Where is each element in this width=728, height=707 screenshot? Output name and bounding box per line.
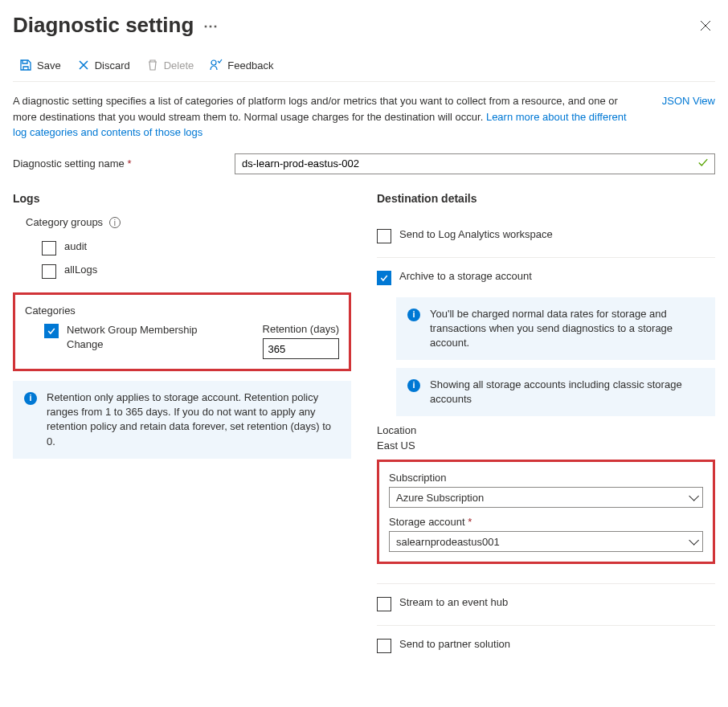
toolbar: Save Discard Delete Feedback bbox=[13, 47, 715, 82]
storage-all-note: i Showing all storage accounts including… bbox=[396, 368, 715, 416]
storage-label: Archive to a storage account bbox=[399, 270, 532, 282]
location-value: East US bbox=[377, 439, 715, 452]
svg-point-0 bbox=[211, 60, 216, 65]
law-checkbox[interactable] bbox=[377, 229, 391, 243]
categories-label: Categories bbox=[25, 304, 339, 317]
chevron-down-icon bbox=[689, 492, 696, 504]
chevron-down-icon bbox=[689, 536, 696, 548]
category-checkbox[interactable] bbox=[44, 324, 59, 338]
partner-checkbox[interactable] bbox=[377, 639, 391, 653]
info-circle-icon: i bbox=[407, 379, 420, 392]
json-view-link[interactable]: JSON View bbox=[662, 93, 715, 141]
delete-button: Delete bbox=[140, 55, 201, 75]
partner-label: Send to partner solution bbox=[399, 638, 510, 650]
law-label: Send to Log Analytics workspace bbox=[399, 228, 553, 240]
subscription-label: Subscription bbox=[389, 472, 703, 484]
save-button[interactable]: Save bbox=[13, 55, 67, 75]
retention-note-banner: i Retention only applies to storage acco… bbox=[13, 381, 351, 459]
audit-checkbox[interactable] bbox=[42, 241, 56, 255]
storage-account-label: Storage account * bbox=[389, 516, 703, 528]
location-label: Location bbox=[377, 424, 715, 436]
discard-button[interactable]: Discard bbox=[71, 55, 137, 75]
destination-heading: Destination details bbox=[377, 192, 715, 205]
storage-account-select[interactable]: salearnprodeastus001 bbox=[389, 531, 703, 552]
alllogs-label: allLogs bbox=[64, 264, 97, 276]
eventhub-label: Stream to an event hub bbox=[399, 596, 508, 608]
diagnostic-name-input[interactable] bbox=[235, 153, 715, 174]
logs-heading: Logs bbox=[13, 192, 351, 205]
retention-input[interactable] bbox=[263, 338, 339, 359]
feedback-icon bbox=[210, 59, 223, 72]
storage-checkbox[interactable] bbox=[377, 271, 391, 285]
page-title: Diagnostic setting bbox=[13, 13, 194, 38]
info-circle-icon: i bbox=[24, 392, 37, 405]
more-icon[interactable]: ⋯ bbox=[203, 17, 219, 35]
close-icon[interactable] bbox=[696, 16, 715, 39]
retention-label: Retention (days) bbox=[263, 323, 339, 335]
alllogs-checkbox[interactable] bbox=[42, 264, 56, 279]
name-label: Diagnostic setting name * bbox=[13, 157, 222, 170]
feedback-button[interactable]: Feedback bbox=[203, 55, 280, 75]
category-label: Network Group Membership Change bbox=[67, 323, 211, 352]
info-circle-icon: i bbox=[407, 309, 420, 321]
category-groups-label: Category groups i bbox=[13, 216, 351, 229]
storage-charge-note: i You'll be charged normal data rates fo… bbox=[396, 297, 715, 361]
eventhub-checkbox[interactable] bbox=[377, 597, 391, 611]
delete-icon bbox=[146, 59, 159, 72]
discard-icon bbox=[77, 59, 90, 72]
subscription-select[interactable]: Azure Subscription bbox=[389, 487, 703, 508]
audit-label: audit bbox=[64, 240, 87, 252]
save-icon bbox=[19, 59, 32, 72]
description-text: A diagnostic setting specifies a list of… bbox=[13, 93, 632, 141]
valid-check-icon bbox=[697, 157, 709, 170]
info-icon[interactable]: i bbox=[109, 217, 121, 228]
